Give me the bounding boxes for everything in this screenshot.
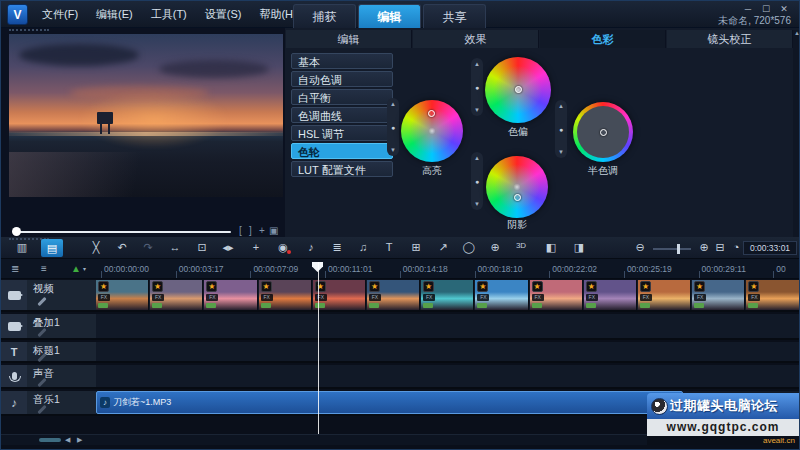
slider-down-icon[interactable]: ▼ <box>387 147 399 153</box>
chroma-key-icon[interactable]: ▲ <box>71 263 81 274</box>
video-clip-thumbnail[interactable]: ★FX <box>475 280 528 310</box>
video-clip-thumbnail[interactable]: ★FX <box>746 280 799 310</box>
slider-down-icon[interactable]: ▼ <box>471 107 483 113</box>
color-option-basic[interactable]: 基本 <box>291 53 393 69</box>
enlarge-icon[interactable]: ▣ <box>269 225 278 236</box>
grid-lines-icon[interactable]: ⊞ <box>405 241 427 254</box>
record-capture-icon[interactable]: ◉ <box>272 241 294 254</box>
tab-panel-color[interactable]: 色彩 <box>540 30 666 48</box>
slider-up-icon[interactable]: ▲ <box>387 101 399 107</box>
slider-down-icon[interactable]: ▼ <box>555 149 567 155</box>
mark-out-icon[interactable]: ] <box>249 225 252 236</box>
color-option-lut[interactable]: LUT 配置文件 <box>291 161 393 177</box>
panel-scrollbar[interactable]: ▲ <box>793 30 800 237</box>
color-option-color-wheel[interactable]: 色轮 <box>291 143 393 159</box>
scroll-left-icon[interactable]: ◀ <box>65 436 70 444</box>
motion-tracking-icon[interactable]: ↗ <box>432 241 454 254</box>
wheel-marker[interactable] <box>515 86 522 93</box>
timeline-view-icon[interactable]: ▤ <box>41 239 63 257</box>
wheel-marker[interactable] <box>428 110 435 117</box>
title-3d-icon[interactable]: 3D <box>510 241 532 250</box>
split-clip-icon[interactable]: ◂▸ <box>217 241 239 254</box>
track-manager-icon[interactable]: ≣ <box>11 263 19 274</box>
slider-handle[interactable]: ● <box>387 124 399 131</box>
scroll-right-icon[interactable]: ▶ <box>77 436 82 444</box>
color-option-tone-curve[interactable]: 色调曲线 <box>291 107 393 123</box>
color-option-hsl[interactable]: HSL 调节 <box>291 125 393 141</box>
redo-icon[interactable]: ↷ <box>137 241 159 254</box>
midtones-color-wheel[interactable] <box>573 102 633 162</box>
split-icon[interactable]: + <box>259 225 265 236</box>
sound-mixer-icon[interactable]: ♪ <box>300 241 322 253</box>
video-clip-thumbnail[interactable]: ★FX <box>204 280 257 310</box>
mark-in-icon[interactable]: [ <box>239 225 242 236</box>
chroma-dropdown-icon[interactable]: ▾ <box>83 265 86 272</box>
menu-tools[interactable]: 工具(T) <box>142 1 196 28</box>
scrubber-handle[interactable] <box>12 227 21 236</box>
wheel-marker[interactable] <box>514 194 521 201</box>
video-clip-thumbnail[interactable]: ★FX <box>259 280 312 310</box>
subtitle-editor-icon[interactable]: T <box>378 241 400 253</box>
color-option-white-balance[interactable]: 白平衡 <box>291 89 393 105</box>
audio-clip[interactable]: ♪ 刀剑若~1.MP3 <box>96 391 683 414</box>
track-header-video[interactable]: 视频 ∗ <box>1 280 96 312</box>
zoom-slider-handle[interactable] <box>677 244 680 254</box>
track-list-icon[interactable]: ≡ <box>41 263 47 274</box>
video-clip-thumbnail[interactable]: ★FX <box>530 280 583 310</box>
track-header-overlay1[interactable]: 叠加1 ∗ <box>1 314 96 340</box>
enlarge-preview-icon[interactable]: ⊡ <box>191 241 213 254</box>
video-clip-thumbnail[interactable]: ★FX <box>692 280 745 310</box>
video-clip-thumbnail[interactable]: ★FX <box>150 280 203 310</box>
wheel-marker[interactable] <box>600 129 607 136</box>
voice-track-content[interactable] <box>96 365 800 389</box>
tab-panel-edit[interactable]: 编辑 <box>286 30 412 48</box>
title-track-content[interactable] <box>96 342 800 363</box>
track-header-music1[interactable]: ♪ 音乐1 ∨ <box>1 391 96 416</box>
video-clip-thumbnail[interactable]: ★FX <box>313 280 366 310</box>
overlay-track-content[interactable] <box>96 314 800 340</box>
storyboard-view-icon[interactable]: ▥ <box>11 241 33 254</box>
slider-down-icon[interactable]: ▼ <box>471 201 483 207</box>
tab-panel-lens-correction[interactable]: 镜头校正 <box>667 30 793 48</box>
tab-edit[interactable]: 编辑 <box>358 4 421 28</box>
menu-file[interactable]: 文件(F) <box>33 1 87 28</box>
auto-music-icon[interactable]: ♫ <box>352 241 374 253</box>
colorcast-color-wheel[interactable] <box>485 57 551 123</box>
paint-creator-icon[interactable]: ◧ <box>540 241 562 254</box>
slider-up-icon[interactable]: ▲ <box>555 103 567 109</box>
scrollbar-thumb[interactable] <box>39 438 61 442</box>
tab-share[interactable]: 共享 <box>423 4 486 28</box>
zoom-out-icon[interactable]: ⊖ <box>629 241 651 254</box>
slider-handle[interactable]: ● <box>555 126 567 133</box>
fit-project-icon[interactable]: ↔ <box>164 241 186 253</box>
highlights-slider[interactable]: ▲ ● ▼ <box>387 98 399 156</box>
tab-capture[interactable]: 捕获 <box>293 4 356 28</box>
shadows-slider[interactable]: ▲ ● ▼ <box>471 152 483 210</box>
mask-tracker-icon[interactable]: ⊕ <box>484 241 506 254</box>
colorcast-slider[interactable]: ▲ ● ▼ <box>471 58 483 116</box>
midtones-slider[interactable]: ▲ ● ▼ <box>555 100 567 158</box>
scroll-up-icon[interactable]: ▲ <box>794 30 800 36</box>
slider-handle[interactable]: ● <box>471 178 483 185</box>
multi-trim-icon[interactable]: ╳ <box>85 241 107 254</box>
playhead-line[interactable] <box>318 262 319 434</box>
undo-icon[interactable]: ↶ <box>111 241 133 254</box>
edit-pencil-icon[interactable] <box>37 297 46 306</box>
shadows-color-wheel[interactable] <box>486 156 548 218</box>
audio-adjust-icon[interactable]: ≣ <box>326 241 348 254</box>
video-clip-thumbnail[interactable]: ★FX <box>421 280 474 310</box>
speech-to-text-icon[interactable]: ◯ <box>458 241 480 254</box>
video-track-content[interactable]: ★FX★FX★FX★FX★FX★FX★FX★FX★FX★FX★FX★FX★FX <box>96 280 800 312</box>
tab-panel-effects[interactable]: 效果 <box>413 30 539 48</box>
track-motion-icon[interactable]: + <box>245 241 267 253</box>
track-header-voice[interactable]: 声音 ∨ <box>1 365 96 389</box>
slider-handle[interactable]: ● <box>471 84 483 91</box>
scrubber-track[interactable] <box>15 231 231 233</box>
video-clip-thumbnail[interactable]: ★FX <box>584 280 637 310</box>
color-option-auto-tone[interactable]: 自动色调 <box>291 71 393 87</box>
timeline-zoom-slider[interactable] <box>653 248 691 250</box>
mask-creator-icon[interactable]: ◨ <box>568 241 590 254</box>
highlights-color-wheel[interactable] <box>401 100 463 162</box>
video-clip-thumbnail[interactable]: ★FX <box>96 280 149 310</box>
slider-up-icon[interactable]: ▲ <box>471 61 483 67</box>
